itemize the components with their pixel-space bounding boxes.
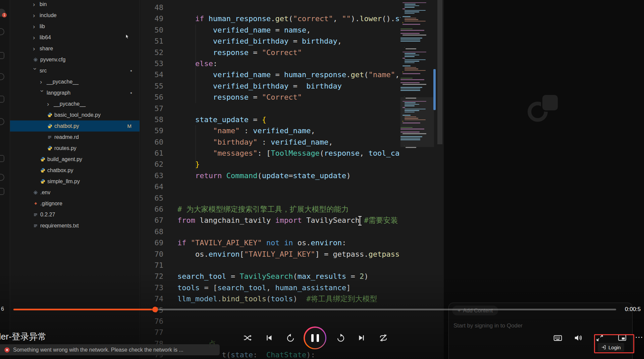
shuffle-icon bbox=[243, 334, 252, 342]
minimap[interactable] bbox=[400, 1, 434, 149]
code-area[interactable]: 4849 if human_response.get("correct", ""… bbox=[140, 2, 400, 359]
tree-item-label: 0.2.27 bbox=[40, 212, 55, 218]
activity-bar-icon[interactable] bbox=[0, 28, 4, 35]
progress-bar[interactable] bbox=[13, 309, 616, 310]
tree-item-chatbot.py[interactable]: chatbot.pyM bbox=[10, 120, 140, 132]
tree-item-bin[interactable]: ›bin bbox=[10, 0, 140, 10]
chevron-icon: › bbox=[33, 68, 38, 72]
expand-icon bbox=[596, 334, 604, 342]
tree-item-label: bin bbox=[40, 1, 47, 7]
tree-item-label: .gitignore bbox=[40, 201, 62, 207]
activity-bar: 1 bbox=[0, 0, 10, 359]
code-line-58: 58 state_update = { bbox=[140, 114, 400, 125]
text-file-icon bbox=[47, 135, 52, 140]
login-button[interactable]: Login bbox=[598, 343, 624, 352]
chevron-icon: › bbox=[33, 24, 38, 29]
tree-item-basic-tool-node.py[interactable]: basic_tool_node.py bbox=[10, 109, 140, 120]
activity-bar-icon[interactable] bbox=[0, 188, 4, 195]
tree-item-langgraph[interactable]: ›langgraph● bbox=[10, 87, 140, 98]
mouse-cursor-icon bbox=[125, 34, 129, 40]
code-editor[interactable]: 4849 if human_response.get("correct", ""… bbox=[140, 0, 444, 359]
logo-square bbox=[541, 94, 559, 112]
keyboard-icon bbox=[553, 334, 562, 343]
tree-item-.env[interactable]: .env bbox=[10, 187, 140, 198]
tree-item-chatbox.py[interactable]: chatbox.py bbox=[10, 165, 140, 176]
code-line-72: 72search_tool = TavilySearch(max_results… bbox=[140, 271, 400, 282]
tree-item-0.2.27[interactable]: 0.2.27 bbox=[10, 209, 140, 220]
tree-item-label: chatbot.py bbox=[54, 123, 79, 129]
activity-bar-icon[interactable] bbox=[0, 52, 4, 59]
code-line-48: 48 bbox=[140, 2, 400, 13]
code-line-69: 69if "TAVILY_API_KEY" not in os.environ: bbox=[140, 237, 400, 248]
code-line-52: 52 response = "Correct" bbox=[140, 47, 400, 58]
more-button[interactable]: ⋯ bbox=[635, 337, 643, 339]
tree-item-build-agent.py[interactable]: build_agent.py bbox=[10, 154, 140, 165]
editor-scrollbar[interactable] bbox=[437, 0, 442, 144]
chevron-icon: › bbox=[33, 2, 38, 7]
tree-item--pycache-[interactable]: ›__pycache__ bbox=[10, 76, 140, 87]
keyboard-button[interactable] bbox=[553, 334, 562, 343]
explorer-sidebar: ›bin›include›lib›lib64›sharepyvenv.cfg›s… bbox=[10, 0, 140, 359]
tree-item-simple-llm.py[interactable]: simple_llm.py bbox=[10, 176, 140, 187]
activity-bar-icon[interactable] bbox=[0, 118, 4, 125]
activity-bar-icon[interactable] bbox=[0, 73, 4, 80]
picture-in-picture-button[interactable] bbox=[618, 334, 627, 342]
chevron-icon: › bbox=[33, 35, 38, 40]
activity-bar-icon[interactable] bbox=[0, 155, 4, 162]
activity-bar-icon[interactable] bbox=[0, 96, 4, 103]
replay-button[interactable] bbox=[286, 334, 295, 343]
tree-item-requirements.txt[interactable]: requirements.txt bbox=[10, 220, 140, 231]
code-line-70: 70 os.environ["TAVILY_API_KEY"] = getpas… bbox=[140, 249, 400, 260]
gear-file-icon bbox=[33, 190, 38, 195]
repeat-off-icon bbox=[379, 334, 388, 343]
tree-item-label: langgraph bbox=[47, 90, 70, 96]
tree-item-label: include bbox=[40, 12, 57, 18]
tree-item-lib[interactable]: ›lib bbox=[10, 21, 140, 32]
login-icon bbox=[601, 345, 606, 350]
qoder-logo-icon bbox=[528, 94, 560, 124]
skip-next-button[interactable] bbox=[357, 334, 366, 342]
forward-icon bbox=[336, 334, 345, 343]
code-line-74: 74llm_model.bind_tools(tools) #将工具绑定到大模型 bbox=[140, 293, 400, 304]
replay-icon bbox=[286, 334, 295, 343]
code-line-71: 71 bbox=[140, 260, 400, 271]
shuffle-button[interactable] bbox=[243, 334, 252, 342]
code-line-56: 56 response = "Correct" bbox=[140, 92, 400, 103]
git-modified-badge: M bbox=[127, 123, 132, 129]
screen: 1 ›bin›include›lib›lib64›sharepyvenv.cfg… bbox=[0, 0, 644, 359]
tree-item-routes.py[interactable]: routes.py bbox=[10, 143, 140, 154]
chevron-icon: › bbox=[40, 80, 45, 84]
tree-item-include[interactable]: ›include bbox=[10, 10, 140, 21]
tree-item-pyvenv.cfg[interactable]: pyvenv.cfg bbox=[10, 54, 140, 65]
chevron-icon: › bbox=[33, 13, 38, 18]
pause-button[interactable] bbox=[304, 326, 326, 349]
volume-button[interactable] bbox=[574, 334, 583, 343]
tree-item--pycache-[interactable]: ›__pycache__ bbox=[10, 98, 140, 109]
tree-item-label: simple_llm.py bbox=[47, 178, 80, 185]
forward-button[interactable] bbox=[336, 334, 345, 343]
tree-item-share[interactable]: ›share bbox=[10, 43, 140, 54]
tree-item-src[interactable]: ›src● bbox=[10, 65, 140, 76]
code-line-60: 60 "birthday" : verified_name, bbox=[140, 137, 400, 148]
text-file-icon bbox=[33, 212, 38, 217]
expand-button[interactable] bbox=[596, 334, 604, 342]
skip-previous-button[interactable] bbox=[265, 334, 273, 342]
modified-dot-icon: ● bbox=[130, 91, 132, 95]
python-file-icon bbox=[40, 157, 45, 162]
code-line-66: 66# 为大家模型绑定搜索引擎工具，扩展大模型的能力 bbox=[140, 204, 400, 215]
repeat-off-button[interactable] bbox=[379, 334, 388, 343]
account-icon[interactable]: 1 bbox=[0, 9, 5, 17]
add-content-button[interactable]: + Add Content bbox=[452, 306, 498, 315]
error-icon bbox=[4, 347, 10, 353]
code-line-61: 61 "messages": [ToolMessage(response, to… bbox=[140, 148, 400, 159]
tree-item-label: lib64 bbox=[40, 35, 51, 41]
tree-item-.gitignore[interactable]: .gitignore bbox=[10, 198, 140, 209]
activity-bar-icon[interactable] bbox=[0, 174, 4, 181]
code-line-59: 59 "name" : verified_name, bbox=[140, 125, 400, 136]
error-toast: Something went wrong with the network. P… bbox=[0, 344, 220, 355]
tree-item-readme.rd[interactable]: readme.rd bbox=[10, 132, 140, 143]
tree-item-lib64[interactable]: ›lib64 bbox=[10, 32, 140, 43]
code-line-76: 76 bbox=[140, 316, 400, 327]
skip-previous-icon bbox=[265, 334, 273, 342]
volume-icon bbox=[574, 334, 583, 343]
